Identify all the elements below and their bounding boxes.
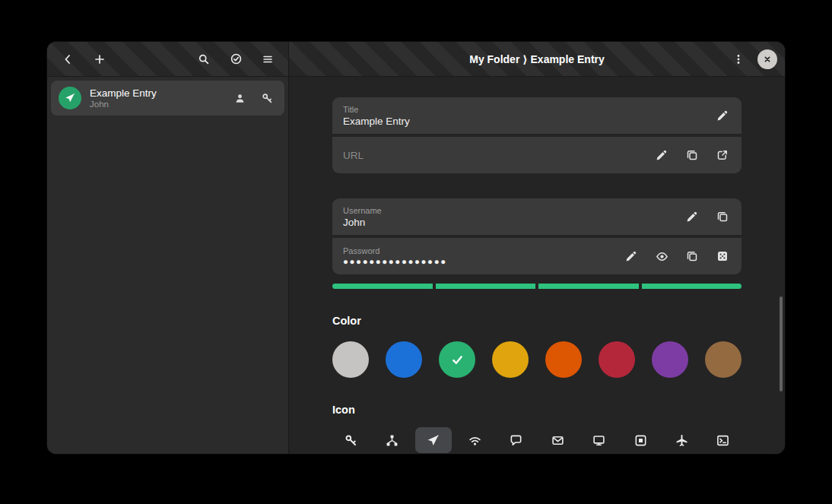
username-label: Username [343,206,382,215]
copy-icon [686,149,698,161]
pencil-icon [716,109,729,122]
color-swatch-purple[interactable] [652,341,688,378]
icon-option-wifi[interactable] [456,427,493,453]
color-heading: Color [332,314,741,328]
icon-option-mail[interactable] [539,427,576,453]
icon-option-airplane[interactable] [664,427,700,453]
entry-avatar [59,87,81,109]
search-icon [198,53,210,65]
close-button[interactable] [757,49,777,69]
generate-password-button[interactable] [711,245,734,268]
copy-password-field-button[interactable] [681,245,703,268]
screen-icon [592,434,605,447]
scrollbar-thumb[interactable] [780,296,783,391]
mail-icon [551,434,564,447]
key-icon [345,434,357,447]
url-field[interactable]: URL [332,137,741,173]
username-field[interactable]: Username John [332,198,741,235]
external-link-icon [716,149,729,161]
chevron-left-icon [62,53,74,65]
entry-title: Example Entry [90,87,157,99]
edit-url-button[interactable] [650,144,673,166]
select-mode-button[interactable] [223,46,249,72]
title-url-group: Title Example Entry URL [332,97,741,173]
icon-option-paper-plane[interactable] [415,427,452,453]
pencil-icon [625,250,637,262]
copy-password-button[interactable] [257,88,277,108]
plus-icon [94,53,106,65]
kebab-menu-icon [732,53,745,65]
check-icon [450,353,465,367]
password-masked-value: ●●●●●●●●●●●●●●●● [343,257,447,266]
color-swatch-red[interactable] [599,341,635,378]
breadcrumb-title: My Folder ⟩ Example Entry [469,53,605,65]
entry-list-item[interactable]: Example Entry John [51,81,284,116]
check-circle-icon [230,52,243,65]
copy-username-field-button[interactable] [711,205,734,228]
username-value: John [343,217,382,228]
copy-url-button[interactable] [681,144,703,166]
network-icon [386,434,399,447]
strength-segment [538,284,639,289]
add-entry-button[interactable] [87,46,113,72]
pencil-icon [656,149,668,161]
copy-icon [686,250,698,262]
url-placeholder: URL [343,150,364,161]
username-actions [681,205,734,228]
color-swatch-green[interactable] [439,341,475,378]
strength-segment [436,284,536,289]
main-headerbar: My Folder ⟩ Example Entry [289,42,785,77]
paper-plane-icon [427,434,440,447]
password-field[interactable]: Password ●●●●●●●●●●●●●●●● [332,238,741,274]
password-field-text: Password ●●●●●●●●●●●●●●●● [343,246,447,266]
key-icon [262,93,273,104]
icon-option-network[interactable] [373,427,410,453]
open-url-button[interactable] [711,144,734,166]
terminal-icon [716,434,729,447]
icon-option-row [332,427,741,453]
back-button[interactable] [55,46,81,72]
entry-menu-button[interactable] [726,46,751,72]
icon-option-terminal[interactable] [705,427,741,453]
header-actions [726,42,777,77]
sidebar-headerbar [47,42,288,77]
edit-password-button[interactable] [620,245,643,268]
copy-username-button[interactable] [230,88,249,108]
paper-plane-icon [65,93,75,103]
color-swatch-yellow[interactable] [492,341,529,378]
strength-segment [332,284,433,289]
icon-option-screen[interactable] [581,427,618,453]
sidebar: Example Entry John [47,42,289,454]
search-button[interactable] [191,46,217,72]
entry-list: Example Entry John [47,77,288,119]
color-swatch-silver[interactable] [332,341,369,378]
hamburger-icon [262,53,274,65]
color-swatch-blue[interactable] [386,341,422,378]
icon-option-chat[interactable] [498,427,535,453]
color-swatch-row [332,341,741,378]
show-password-button[interactable] [650,245,673,268]
main-menu-button[interactable] [255,46,281,72]
credentials-group: Username John Password [332,198,741,274]
title-label: Title [343,105,410,114]
entry-detail: Title Example Entry URL [289,77,741,453]
icon-option-key[interactable] [332,427,369,453]
entry-quick-actions [230,88,277,108]
color-swatch-orange[interactable] [545,341,582,378]
main-pane: My Folder ⟩ Example Entry Title Example … [289,42,785,454]
url-actions [650,144,734,166]
icon-option-save[interactable] [622,427,659,453]
username-field-text: Username John [343,206,382,228]
app-window: Example Entry John My Folder ⟩ Example E… [47,42,785,454]
edit-username-button[interactable] [681,205,703,228]
password-label: Password [343,246,447,255]
color-swatch-brown[interactable] [705,341,741,378]
person-icon [234,93,246,104]
pencil-icon [686,211,698,223]
entry-subtitle: John [90,100,157,109]
title-field[interactable]: Title Example Entry [332,97,741,134]
wifi-icon [468,434,481,447]
copy-icon [716,211,729,223]
title-field-text: Title Example Entry [343,105,410,127]
edit-title-button[interactable] [711,104,734,127]
